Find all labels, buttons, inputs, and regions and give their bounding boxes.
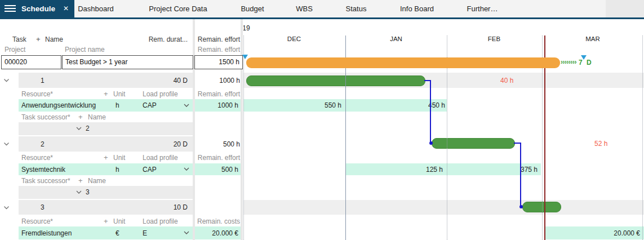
remain-effort-col-label: Remain. effort	[189, 154, 240, 162]
project-name-field[interactable]: Test Budget > 1 year	[62, 55, 193, 69]
tab-dashboard[interactable]: Dashboard	[78, 0, 114, 17]
successor-1-expand-icon[interactable]	[76, 127, 82, 130]
task-1-delta-label: 40 h	[500, 77, 513, 85]
resource-2-load-profile[interactable]: CAP	[143, 166, 157, 174]
load-profile-dropdown-icon[interactable]	[184, 167, 189, 171]
tab-schedule[interactable]: Schedule ✕	[0, 0, 74, 17]
project-summary-bar[interactable]	[246, 57, 560, 68]
month-label-feb: FEB	[488, 35, 500, 43]
task-1-effort: 1000 h	[189, 77, 240, 85]
link-anchor-task-2	[429, 141, 433, 145]
menu-icon[interactable]	[5, 5, 16, 12]
col-header-remain-effort: Remain. effort	[189, 35, 240, 43]
project-effort-field[interactable]: 1500 h	[194, 55, 243, 69]
load-profile-dropdown-icon[interactable]	[184, 104, 189, 107]
month-label-mar: MAR	[585, 35, 600, 43]
col-header-rem-duration: Rem. durat...	[131, 35, 188, 43]
costs-segment-mar: 20.000 €	[545, 229, 640, 237]
task-2-number: 2	[41, 140, 45, 148]
tab-project-core-data[interactable]: Project Core Data	[149, 0, 207, 17]
successor-row-2[interactable]	[19, 186, 193, 199]
project-end-marker-icon	[581, 55, 587, 60]
tab-further[interactable]: Further…	[467, 0, 498, 17]
add-successor-icon[interactable]: +	[78, 113, 83, 121]
col-header-task: Task	[12, 35, 26, 43]
collapse-task-1-icon[interactable]	[3, 78, 10, 82]
project-col-label: Project	[5, 46, 25, 54]
task-2-effort: 500 h	[189, 140, 240, 148]
resource-3-unit[interactable]: €	[116, 229, 119, 237]
resource-col-label: Resource*	[21, 217, 53, 225]
task-1-bar[interactable]	[246, 75, 425, 86]
buffer-chevrons-icon: ››››››››	[561, 58, 576, 66]
add-task-icon[interactable]: +	[36, 35, 41, 43]
buffer-days-unit: D	[587, 59, 592, 66]
successor-name-col-label: Name	[88, 177, 106, 185]
successor-2-expand-icon[interactable]	[76, 190, 82, 194]
task-3-duration: 10 D	[143, 203, 188, 211]
effort-segment-jan: 450 h	[366, 101, 445, 109]
add-resource-icon[interactable]: +	[104, 153, 108, 162]
project-id-field[interactable]: 000020	[1, 55, 61, 69]
tab-budget[interactable]: Budget	[241, 0, 264, 17]
effort-segment-dec: 550 h	[243, 101, 341, 109]
tab-wbs[interactable]: WBS	[296, 0, 313, 17]
resource-col-label: Resource*	[21, 90, 53, 98]
resource-1-unit[interactable]: h	[116, 101, 119, 109]
unit-col-label: Unit	[113, 217, 125, 225]
tab-bar-right-area	[606, 0, 644, 17]
successor-name-col-label: Name	[88, 113, 106, 121]
unit-col-label: Unit	[113, 154, 125, 162]
remain-costs-col-label: Remain. costs	[189, 217, 240, 225]
collapse-task-3-icon[interactable]	[3, 206, 10, 210]
successor-row-1[interactable]	[19, 122, 193, 135]
chart-right-gridline	[642, 35, 643, 240]
close-icon[interactable]: ✕	[63, 0, 69, 17]
resource-3-value[interactable]: 20.000 €	[195, 229, 238, 237]
gantt-row-stripe-task-3	[243, 200, 644, 215]
resource-2-name[interactable]: Systemtechnik	[21, 166, 65, 174]
month-label-dec: DEC	[287, 35, 301, 43]
panel-chart-splitter[interactable]	[241, 19, 243, 240]
add-resource-icon[interactable]: +	[104, 90, 108, 98]
schedule-app: Schedule ✕ Dashboard Project Core Data B…	[0, 0, 644, 240]
load-profile-col-label: Load profile	[143, 217, 178, 225]
resource-2-unit[interactable]: h	[116, 166, 119, 174]
project-start-marker-icon	[242, 55, 248, 59]
buffer-days-value: 7	[579, 59, 583, 66]
task-2-duration: 20 D	[143, 140, 188, 148]
add-successor-icon[interactable]: +	[78, 176, 83, 185]
tab-underline	[0, 17, 644, 19]
task-2-bar[interactable]	[432, 138, 515, 149]
collapse-task-2-icon[interactable]	[3, 142, 10, 146]
successor-1-value: 2	[86, 125, 90, 132]
load-profile-dropdown-icon[interactable]	[184, 231, 189, 234]
task-2-delta-label: 52 h	[594, 140, 607, 148]
project-effort-col-label: Remain. effort	[189, 46, 240, 54]
resource-1-name[interactable]: Anwendungsentwicklung	[21, 101, 96, 109]
effort-segment-feb: 375 h	[462, 166, 538, 174]
task-successor-col-label: Task successor*	[21, 113, 70, 121]
project-name-col-label: Project name	[65, 46, 105, 54]
add-resource-icon[interactable]: +	[104, 217, 108, 225]
resource-col-label: Resource*	[21, 154, 53, 162]
tab-status[interactable]: Status	[346, 0, 367, 17]
link-anchor-task-3	[519, 205, 523, 208]
tab-info-board[interactable]: Info Board	[400, 0, 434, 17]
link-task1-task2-vertical	[430, 80, 431, 143]
resource-2-value[interactable]: 500 h	[195, 166, 238, 174]
resource-1-load-profile[interactable]: CAP	[143, 101, 157, 109]
task-1-number: 1	[41, 77, 45, 85]
task-3-number: 3	[41, 203, 45, 211]
load-profile-col-label: Load profile	[143, 154, 178, 162]
task-successor-col-label: Task successor*	[21, 177, 70, 185]
col-header-name: Name	[45, 35, 63, 43]
remain-effort-col-label: Remain. effort	[189, 90, 240, 98]
resource-3-name[interactable]: Fremdleistungen	[21, 229, 72, 237]
effort-segment-jan-2: 125 h	[345, 166, 443, 174]
gantt-year-label: 2019	[243, 23, 257, 31]
resource-1-value[interactable]: 1000 h	[195, 101, 238, 109]
link-task2-task3-vertical	[520, 143, 521, 207]
month-label-jan: JAN	[390, 35, 402, 43]
resource-3-load-profile[interactable]: E	[143, 229, 147, 237]
